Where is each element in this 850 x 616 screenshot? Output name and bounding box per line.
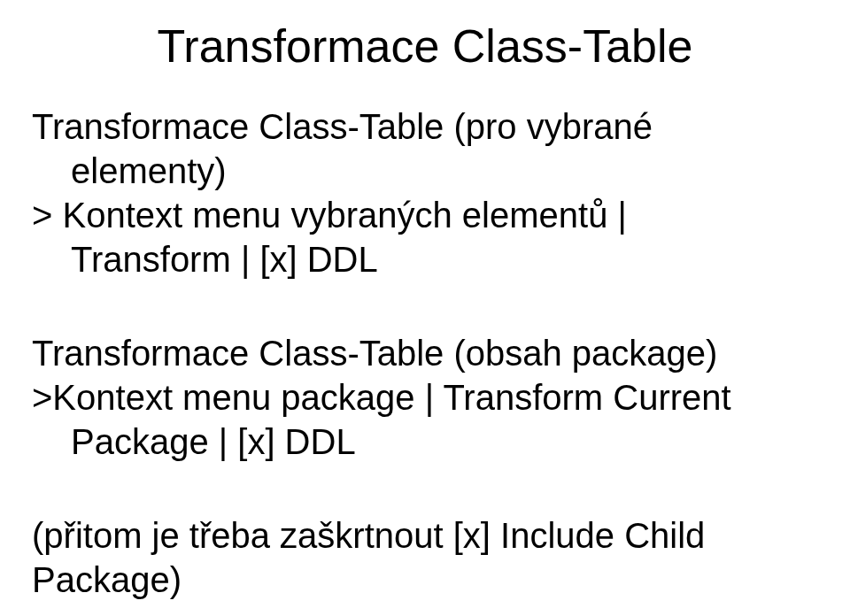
block-1-line-3: > Kontext menu vybraných elementů |	[32, 193, 818, 237]
block-1-line-1: Transformace Class-Table (pro vybrané	[32, 104, 818, 149]
block-1-line-2: elementy)	[32, 149, 818, 193]
block-2-line-2: >Kontext menu package | Transform Curren…	[32, 375, 818, 420]
slide-content: Transformace Class-Table Transformace Cl…	[0, 0, 850, 616]
block-1: Transformace Class-Table (pro vybrané el…	[32, 104, 818, 281]
block-1-line-4: Transform | [x] DDL	[32, 237, 818, 281]
block-2-line-3: Package | [x] DDL	[32, 420, 818, 464]
footnote: (přitom je třeba zaškrtnout [x] Include …	[32, 513, 818, 602]
page-title: Transformace Class-Table	[32, 19, 818, 73]
block-2: Transformace Class-Table (obsah package)…	[32, 331, 818, 464]
block-2-line-1: Transformace Class-Table (obsah package)	[32, 331, 818, 375]
